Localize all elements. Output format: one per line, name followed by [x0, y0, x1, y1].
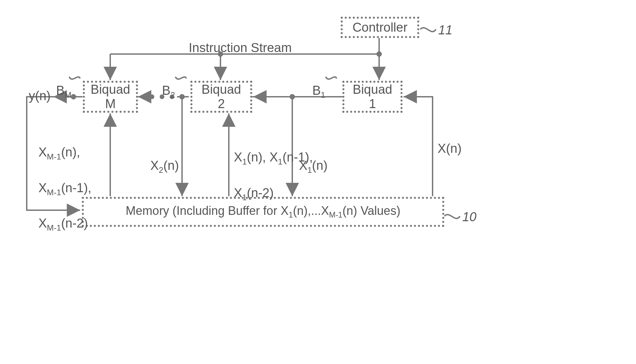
bm-label: BM	[56, 65, 71, 100]
svg-point-1	[376, 51, 382, 57]
memory-sub-1: 1	[289, 211, 293, 220]
xn-label: X(n)	[438, 140, 462, 157]
controller-label: Controller	[350, 18, 410, 37]
biquad-2-block: Biquad 2	[190, 81, 252, 113]
memory-text-c: (n) Values)	[342, 204, 400, 218]
x1s-2as: 1	[242, 193, 247, 202]
xm1-3as: M-1	[47, 223, 61, 232]
bm-a: B	[56, 83, 64, 97]
yn-label: y(n)	[29, 87, 50, 104]
x2n-sub: 2	[159, 165, 163, 174]
x2n-b: (n)	[163, 158, 179, 172]
xm1-1a: X	[38, 145, 47, 159]
svg-point-7	[150, 94, 154, 99]
memory-text-a: Memory (Including Buffer for X	[126, 204, 289, 218]
x1s-1c: (n-1),	[283, 150, 313, 164]
svg-point-11	[290, 94, 295, 99]
biquad-1-label: Biquad 1	[351, 80, 394, 113]
xm1-2a: X	[38, 181, 47, 195]
memory-text-b: (n),...X	[293, 204, 329, 218]
memory-sub-2: M-1	[329, 211, 342, 220]
b2-sub: 2	[170, 90, 175, 99]
x1s-1b: (n), X	[247, 150, 278, 164]
diagram-canvas: Controller Biquad 1 Biquad 2 Biquad M Me…	[0, 0, 636, 364]
b2-a: B	[162, 83, 170, 97]
b1-label: B1	[312, 65, 325, 100]
biquad-m-label: Biquad M	[89, 80, 132, 113]
ref-10-label: 10	[462, 209, 476, 226]
x1s-1bs: 1	[278, 157, 283, 166]
biquad-m-block: Biquad M	[83, 81, 138, 113]
xm1-2b: (n-1),	[61, 181, 92, 195]
connectors-svg	[0, 0, 636, 364]
b2-label: B2	[162, 65, 175, 100]
x1n-b: (n)	[312, 158, 327, 172]
x2n-a: X	[150, 158, 159, 172]
xm1-1b: (n),	[61, 145, 80, 159]
x1-series-label: X1(n), X1(n-1), X1(n-2)	[234, 132, 313, 203]
b1-sub: 1	[321, 90, 325, 99]
biquad-2-label: Biquad 2	[199, 80, 243, 113]
x1s-1as: 1	[242, 157, 247, 166]
x1s-1a: X	[234, 150, 242, 164]
bm-sub: M	[64, 90, 71, 99]
xm1-3b: (n-2)	[61, 216, 88, 230]
x1s-2b: (n-2)	[247, 186, 274, 200]
controller-block: Controller	[341, 17, 419, 38]
xm1-2as: M-1	[47, 188, 61, 197]
xm1-1as: M-1	[47, 152, 61, 161]
ref-11-label: 11	[438, 22, 452, 39]
svg-point-18	[179, 94, 185, 99]
x1s-2a: X	[234, 186, 242, 200]
svg-point-15	[71, 94, 76, 99]
b1-a: B	[312, 83, 321, 97]
xm1-series-label: XM-1(n), XM-1(n-1), XM-1(n-2)	[38, 127, 92, 233]
biquad-1-block: Biquad 1	[342, 81, 403, 113]
xm1-3a: X	[38, 216, 47, 230]
instruction-stream-label: Instruction Stream	[189, 39, 292, 56]
x2n-label: X2(n)	[150, 140, 179, 175]
memory-label: Memory (Including Buffer for X1(n),...XM…	[124, 202, 402, 222]
